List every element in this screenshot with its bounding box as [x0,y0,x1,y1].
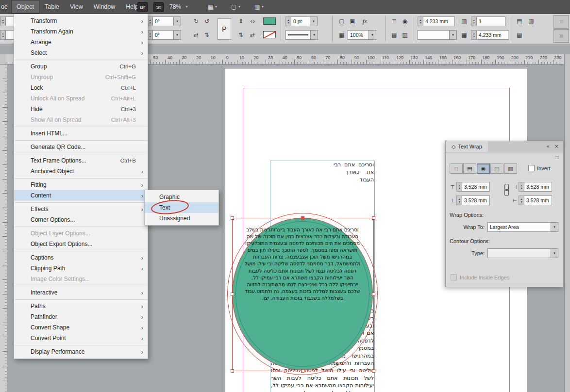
paragraph-style-icon[interactable]: ▤ [515,16,524,26]
selection-handle[interactable] [231,216,234,220]
stepper-icon[interactable]: ▴▾ [519,196,524,205]
panel-toggle-icon[interactable]: ◇ [452,144,455,150]
fill-color-swatch[interactable] [263,17,276,25]
vertical-spacing-icon[interactable]: ⇕ [236,16,246,26]
horizontal-spacing-icon[interactable]: ⇔ [248,16,257,26]
list-style-icon[interactable]: ▤ [515,30,524,40]
menu-item[interactable]: Object Layer Options... [14,228,148,239]
caret-icon[interactable]: ▾ [310,16,318,26]
stepper-icon[interactable]: ▴▾ [285,16,291,26]
stroke-weight-field[interactable]: ▴▾ 0 pt ▾ [285,16,318,26]
stepper-icon[interactable]: ▴▾ [456,196,462,205]
wrap-mode-button[interactable]: ≣ [450,163,463,174]
shear-angle-field[interactable]: ▴▾ 0° ▾ [147,30,181,40]
screen-mode-control[interactable]: ▢ ▾ [231,0,240,14]
zoom-control[interactable]: 78% ▾ [169,0,188,14]
align-cells-icon[interactable]: ▤ [389,30,399,40]
selection-handle[interactable] [231,369,234,373]
link-offsets-icon[interactable] [504,184,509,196]
wrap-mode-button[interactable]: ◫ [490,163,503,174]
menu-item[interactable]: Object Export Options... [14,239,148,249]
menu-item[interactable]: Display Performance › [14,346,148,357]
menubar-item[interactable]: oe [0,0,11,14]
rotation-angle-value[interactable]: 0° [152,16,174,26]
wrap-none-icon[interactable]: ≣ [389,16,399,26]
stepper-icon[interactable]: ▴▾ [471,30,476,40]
caret-icon[interactable]: ▾ [450,30,457,40]
view-options-control[interactable]: ▦ ▾ [208,0,217,14]
left-offset-field[interactable]: ⊢ ▴▾ 3.528 mm [512,196,552,205]
menubar-item[interactable]: Window [88,0,120,14]
menu-item[interactable]: Convert Point › [14,333,148,343]
menubar-item[interactable]: Table [39,0,65,14]
submenu-item[interactable]: Graphic [145,192,218,202]
menu-item[interactable]: Captions › [14,252,148,263]
character-style-icon[interactable]: ▥ [526,16,536,26]
stroke-color-swatch[interactable] [263,31,276,38]
menu-item[interactable]: Effects › [14,204,148,214]
columns-icon[interactable]: ▥ [459,16,469,26]
menu-item[interactable]: Pathfinder › [14,311,148,322]
caret-icon[interactable]: ▾ [174,16,181,26]
width-field[interactable]: ▴▾ 4.233 mm [418,16,455,26]
menubar-item[interactable]: Object [11,0,39,14]
invert-checkbox[interactable] [528,165,535,171]
collapse-panel-icon[interactable]: « [546,143,550,149]
wrap-to-value[interactable]: Largest Area [487,222,551,232]
width-value[interactable]: 4.233 mm [423,16,455,26]
frame-fill-swatch[interactable] [418,30,450,40]
caret-icon[interactable]: ▾ [551,248,558,258]
panel-menu-icon[interactable]: ≡ [554,154,559,161]
contour-type-dropdown[interactable]: ▾ [487,248,558,258]
right-offset-field[interactable]: ⊣ ▴▾ 3.528 mm [512,182,552,192]
menu-item[interactable]: Corner Options... [14,214,148,225]
frame-fill-dropdown[interactable]: ▾ [418,30,457,40]
close-panel-icon[interactable]: × [554,143,559,149]
rotate-ccw-icon[interactable]: ↺ [202,16,212,26]
opacity-dropdown[interactable]: 100% ▾ [348,30,376,40]
flip-vertical-icon[interactable]: ⇅ [202,30,212,40]
stepper-icon[interactable]: ▴▾ [0,16,5,26]
menu-item[interactable]: Hide Ctrl+3 [14,104,148,114]
menu-item[interactable]: Fitting › [14,180,148,190]
menu-item[interactable]: Generate QR Code... [14,142,148,152]
stepper-icon[interactable]: ▴▾ [456,182,462,192]
menu-item[interactable]: Clipping Path › [14,263,148,274]
vertical-scrollbar[interactable] [564,54,570,392]
vertical-scale-icon[interactable]: ⇅ [236,30,246,40]
menu-item[interactable]: Interactive › [14,287,148,298]
submenu-item[interactable]: Text [145,202,218,213]
selection-handle[interactable] [372,216,375,220]
menu-item[interactable]: Select › [14,48,148,58]
stepper-icon[interactable]: ▴▾ [0,30,5,40]
menu-item[interactable]: Image Color Settings... [14,274,148,284]
effects-fx-button[interactable]: fx. [359,16,372,26]
menu-item[interactable]: Anchored Object › [14,166,148,177]
stepper-icon[interactable]: ▴▾ [519,182,524,192]
caret-icon[interactable]: ▾ [551,222,558,232]
x-position-value[interactable] [5,16,14,26]
top-offset-field[interactable]: ⊤ ▴▾ 3.528 mm [450,182,490,192]
y-position-field-stub[interactable]: ▴▾ [0,30,14,40]
bridge-badge[interactable]: Br [137,2,148,12]
selection-handle[interactable] [372,369,375,373]
height-field[interactable]: ▴▾ 4.233 mm [471,30,508,40]
selection-bounding-box[interactable] [232,218,374,371]
menu-item[interactable]: Text Frame Options... Ctrl+B [14,155,148,166]
rotate-cw-icon[interactable]: ↻ [191,16,201,26]
align-cells2-icon[interactable]: ▥ [400,30,410,40]
left-offset-value[interactable]: 3.528 mm [524,196,552,205]
rows-icon[interactable]: ▦ [459,30,469,40]
menubar-item[interactable]: View [65,0,88,14]
opacity-value[interactable]: 100% [348,30,369,40]
frame-filled-icon[interactable]: ▣ [348,16,357,26]
menu-item[interactable]: Show All on Spread Ctrl+Alt+3 [14,114,148,125]
wrap-shape-icon[interactable]: ◉ [400,16,410,26]
menu-item[interactable]: Ungroup Ctrl+Shift+G [14,72,148,82]
shear-angle-value[interactable]: 0° [152,30,174,40]
bottom-offset-field[interactable]: ⊥ ▴▾ 3.528 mm [450,196,490,205]
caret-icon[interactable]: ▾ [311,30,318,40]
y-position-value[interactable] [5,30,14,40]
selection-handle[interactable] [372,293,375,296]
rotation-angle-field[interactable]: ▴▾ 0° ▾ [147,16,181,26]
